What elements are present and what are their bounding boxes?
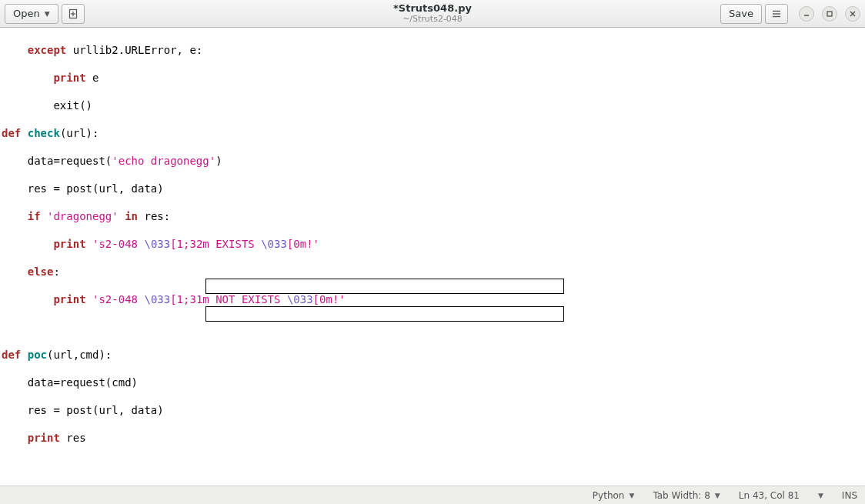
insert-mode-label: INS [842,490,857,501]
minimize-button[interactable] [799,6,814,22]
chevron-down-icon: ▼ [818,492,823,499]
hamburger-icon [771,8,782,19]
svg-rect-7 [827,12,832,16]
save-button-label: Save [729,8,753,19]
close-icon [849,10,857,18]
minimize-icon [803,10,810,18]
cursor-position: Ln 43, Col 81 [739,490,800,501]
language-label: Python [593,490,625,501]
chevron-down-icon: ▼ [629,492,634,499]
chevron-down-icon: ▼ [715,492,720,499]
search-highlight-2 [205,306,564,322]
window-subtitle: ~/Struts2-048 [393,15,472,24]
line-col-menu[interactable]: ▼ [818,492,823,499]
save-button[interactable]: Save [720,4,762,24]
open-button-label: Open [13,8,40,19]
close-button[interactable] [845,6,860,22]
tab-width-label: Tab Width: 8 [653,490,710,501]
new-document-icon [68,8,78,19]
chevron-down-icon: ▼ [45,10,50,18]
new-tab-button[interactable] [62,4,85,24]
cursor-position-label: Ln 43, Col 81 [739,490,800,501]
open-button[interactable]: Open ▼ [5,4,58,24]
hamburger-menu-button[interactable] [765,4,788,24]
language-selector[interactable]: Python ▼ [593,490,635,501]
maximize-icon [826,10,833,18]
tab-width-selector[interactable]: Tab Width: 8 ▼ [653,490,720,501]
code-editor[interactable]: except except urllib2.URLError, e: urlli… [0,28,865,486]
insert-mode[interactable]: INS [842,490,857,501]
search-highlight-1 [205,279,564,294]
window-title: *Struts048.py [393,3,472,14]
maximize-button[interactable] [822,6,837,22]
